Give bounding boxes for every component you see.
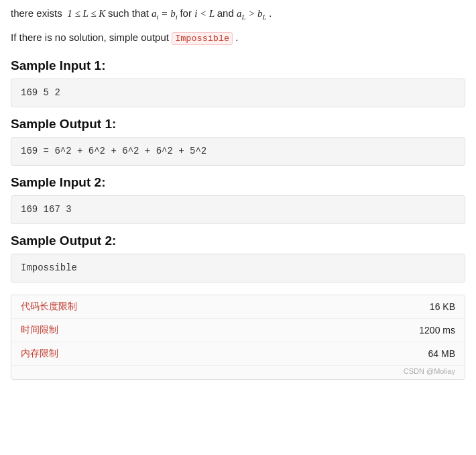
limits-code-value: 16 KB xyxy=(430,301,455,312)
limits-memory-value: 64 MB xyxy=(428,348,455,359)
math-prefix-text: there exists xyxy=(11,7,62,19)
sample-input-2-title: Sample Input 2: xyxy=(11,175,465,190)
sample-output-1-title: Sample Output 1: xyxy=(11,117,465,132)
no-solution-prefix: If there is no solution, simple output xyxy=(11,32,169,43)
math-such-that: such that xyxy=(108,7,152,19)
no-solution-suffix: . xyxy=(235,32,238,43)
math-for-i: for xyxy=(180,7,194,19)
sample-output-2-value: Impossible xyxy=(11,254,465,283)
limits-table: 代码长度限制 16 KB 时间限制 1200 ms 内存限制 64 MB CSD… xyxy=(11,295,465,380)
sample-input-2-section: Sample Input 2: 169 167 3 xyxy=(11,175,465,224)
limits-memory-label: 内存限制 xyxy=(21,348,58,360)
watermark-text: CSDN @Moliay xyxy=(11,366,465,379)
math-i-less-L: i < L xyxy=(194,8,217,19)
math-aL-bL: aL > bL xyxy=(237,8,269,19)
sample-output-1-value: 169 = 6^2 + 6^2 + 6^2 + 6^2 + 5^2 xyxy=(11,137,465,166)
sample-output-1-section: Sample Output 1: 169 = 6^2 + 6^2 + 6^2 +… xyxy=(11,117,465,166)
sample-input-1-title: Sample Input 1: xyxy=(11,58,465,73)
math-ai-bi: ai = bi xyxy=(152,8,180,19)
math-period: . xyxy=(269,7,272,19)
limits-row-time: 时间限制 1200 ms xyxy=(11,319,465,342)
limits-code-label: 代码长度限制 xyxy=(21,301,77,313)
sample-input-1-value: 169 5 2 xyxy=(11,79,465,107)
math-and: and xyxy=(217,7,237,19)
limits-time-label: 时间限制 xyxy=(21,324,58,336)
impossible-inline-code: Impossible xyxy=(172,32,233,45)
limits-row-code: 代码长度限制 16 KB xyxy=(11,295,465,319)
math-header-line: there exists 1 ≤ L ≤ K such that ai = bi… xyxy=(11,5,465,23)
limits-time-value: 1200 ms xyxy=(419,325,455,336)
sample-input-2-value: 169 167 3 xyxy=(11,195,465,224)
sample-output-2-section: Sample Output 2: Impossible xyxy=(11,234,465,283)
math-expression: 1 ≤ L ≤ K xyxy=(64,8,108,19)
sample-output-2-title: Sample Output 2: xyxy=(11,234,465,248)
sample-input-1-section: Sample Input 1: 169 5 2 xyxy=(11,58,465,107)
no-solution-line: If there is no solution, simple output I… xyxy=(11,30,465,46)
limits-row-memory: 内存限制 64 MB xyxy=(11,342,465,366)
